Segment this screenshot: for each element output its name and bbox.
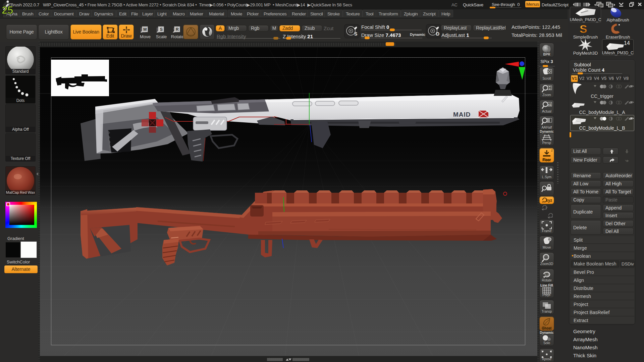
svg-text:R: R [176, 27, 179, 32]
svg-text:25: 25 [2, 4, 13, 15]
svg-text:MAID: MAID [453, 111, 471, 118]
svg-text:M: M [143, 27, 147, 32]
svg-text:S: S [580, 23, 587, 35]
svg-text:x1: x1 [548, 103, 551, 106]
svg-text:D: D [436, 31, 439, 37]
svg-text:xyz: xyz [546, 198, 552, 203]
svg-text:Y: Y [545, 206, 548, 210]
svg-text:Z: Z [551, 215, 553, 218]
svg-text:S: S [354, 31, 357, 37]
svg-text:S: S [160, 27, 163, 32]
